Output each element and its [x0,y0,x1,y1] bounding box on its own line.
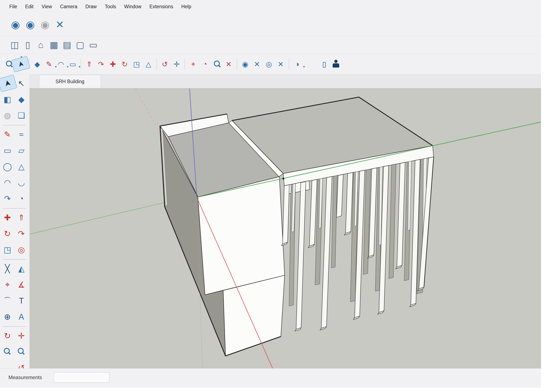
view-top-icon[interactable]: ▯ [21,37,34,53]
toolbar-main: ➤▾◆✎▾◠▾▭▾⇑↷✚↻◳△↺✛⌖◔✕◉✕◎✕◑▾▯ [0,54,541,74]
warehouse-extensions-icon[interactable]: ✕ [251,56,263,72]
freehand-eraser-tool-icon[interactable]: ❏ [15,108,28,123]
toolbar-warehouse: ◉◉◉✕ [0,13,541,36]
view-back-icon[interactable]: ▤ [60,37,73,53]
app-window: FileEditViewCameraDrawToolsWindowExtensi… [0,0,541,388]
share-component-icon[interactable]: ◉ [38,15,52,34]
three-point-arc-tool-icon[interactable]: ↷ [1,191,14,206]
toolbar-separator [237,59,237,70]
toolbar-separator [289,59,289,70]
arc-tool-icon[interactable]: ◠ [1,175,14,190]
rectangle-tool-icon[interactable]: ▭▾ [67,56,79,72]
stamp-tool-icon[interactable]: ◍ [1,108,14,123]
large-tool-set: ➤↖◧◆◍❏✎≈▭▱◯△◠◡↷◔✚⇑↻↷◳◎╳◭⌖∡⌒T⊕A↻✛◡↺ [0,74,29,368]
dropdown-caret-icon[interactable]: ▾ [303,65,305,69]
measurements-input[interactable] [54,372,109,383]
menu-extensions[interactable]: Extensions [149,4,173,9]
dimension-tool-icon[interactable]: ∡ [15,277,28,293]
text-tool-icon[interactable]: T [15,293,28,309]
lasso-tool-icon[interactable]: ↖ [15,76,28,91]
line-tool-icon[interactable]: ✎▾ [43,56,55,72]
view-iso-icon[interactable]: ◫ [8,37,21,53]
follow-me-tool-icon[interactable]: ↷ [95,56,107,72]
view-left-icon[interactable]: ▢ [73,37,87,53]
menu-tools[interactable]: Tools [105,4,116,9]
position-camera-tool-icon[interactable]: ⌖ [187,56,199,72]
scale-tool-icon[interactable]: ◳ [131,56,143,72]
get-models-icon[interactable]: ◉ [8,15,23,34]
3d-text-tool-icon[interactable]: A [15,309,28,325]
axes-tool-icon[interactable]: ⊕ [1,309,14,325]
toolbar-views: ◫▯⌂▦▤▢▭ [0,36,541,54]
measurements-label: Measurements [8,374,42,380]
axis-endpoint-marker [282,178,284,179]
zoom-extents-tool-icon[interactable]: ◡ [1,360,14,368]
position-camera-tool-icon[interactable]: ⌖ [1,277,14,293]
status-bar: Measurements [0,368,541,388]
styles-shaded-icon[interactable]: ◑▾ [291,56,303,72]
menu-camera[interactable]: Camera [60,4,77,9]
push-pull-tool-icon[interactable]: ⇑ [15,210,28,225]
rectangle-tool-icon[interactable]: ▭ [1,143,14,158]
tape-measure-tool-icon[interactable]: ╳ [1,261,14,277]
two-point-arc-tool-icon[interactable]: ◡ [15,175,28,190]
eraser-tool-icon[interactable]: ◧ [1,92,14,107]
menu-window[interactable]: Window [124,4,141,9]
toolbar-divider [1,325,29,328]
select-tool-icon[interactable]: ➤ [0,75,17,92]
paint-bucket-tool-icon[interactable]: ◆ [31,56,43,72]
protractor-tool-icon[interactable]: ◭ [15,261,28,277]
scale-tool-icon[interactable]: ◳ [1,242,14,258]
warehouse-get-models-icon[interactable]: ◉ [239,56,251,72]
previous-view-tool-icon[interactable]: ↺ [15,360,28,368]
rotated-rectangle-tool-icon[interactable]: ▱ [15,143,28,158]
walk-tool-icon[interactable]: ⌒ [1,293,14,309]
view-right-icon[interactable]: ▦ [47,37,60,53]
document-tab-strip: SRH Building [29,74,541,88]
extension-warehouse-icon[interactable]: ✕ [52,15,67,34]
move-tool-icon[interactable]: ✚ [107,56,119,72]
rotate-tool-icon[interactable]: ↻ [119,56,131,72]
toolbar-divider [1,207,29,210]
offset-tool-icon[interactable]: △ [143,56,154,72]
components-panel-icon[interactable]: ◎ [263,56,275,72]
pan-tool-icon[interactable]: ✛ [171,56,183,72]
orbit-tool-icon[interactable]: ↻ [1,328,14,344]
move-tool-icon[interactable]: ✚ [1,210,14,225]
polygon-tool-icon[interactable]: △ [15,159,28,174]
push-pull-tool-icon[interactable]: ⇑ [83,56,95,72]
pie-tool-icon[interactable]: ◔ [15,191,28,206]
freehand-tool-icon[interactable]: ≈ [15,127,28,142]
zoom-window-tool-icon[interactable] [211,56,223,72]
pan-tool-icon[interactable]: ✛ [15,328,28,344]
zoom-window-tool-icon[interactable] [15,344,28,360]
view-bottom-icon[interactable]: ▭ [87,37,100,53]
menu-file[interactable]: File [9,4,17,9]
tab-srh-building[interactable]: SRH Building [39,75,101,88]
dropdown-caret-icon[interactable]: ▾ [19,56,23,58]
sign-in-icon[interactable] [330,56,342,72]
menu-view[interactable]: View [42,4,52,9]
zoom-extents-tool-icon[interactable]: ✕ [223,56,235,72]
menu-draw[interactable]: Draw [85,4,97,9]
menu-edit[interactable]: Edit [25,4,34,9]
line-tool-icon[interactable]: ✎ [1,127,14,142]
dropdown-caret-icon[interactable]: ▾ [79,65,80,69]
zoom-tool-icon[interactable] [1,344,14,360]
arc-tool-icon[interactable]: ◠▾ [55,56,67,72]
rotate-tool-icon[interactable]: ↻ [1,226,14,241]
toolbar-separator [156,59,157,70]
paint-bucket-tool-icon[interactable]: ◆ [15,92,28,107]
share-model-icon[interactable]: ◉ [23,15,38,34]
circle-tool-icon[interactable]: ◯ [1,159,14,174]
menu-help[interactable]: Help [181,4,191,9]
viewport-3d[interactable] [29,88,541,368]
new-document-icon[interactable]: ▯ [318,56,330,72]
follow-me-tool-icon[interactable]: ↷ [15,226,28,241]
offset-tool-icon[interactable]: ◎ [15,242,28,258]
orbit-tool-icon[interactable]: ↺ [159,56,171,72]
toolbar-separator [185,59,185,70]
materials-panel-icon[interactable]: ✕ [275,56,287,72]
look-around-tool-icon[interactable]: ◔ [199,56,211,72]
view-front-icon[interactable]: ⌂ [34,37,47,53]
